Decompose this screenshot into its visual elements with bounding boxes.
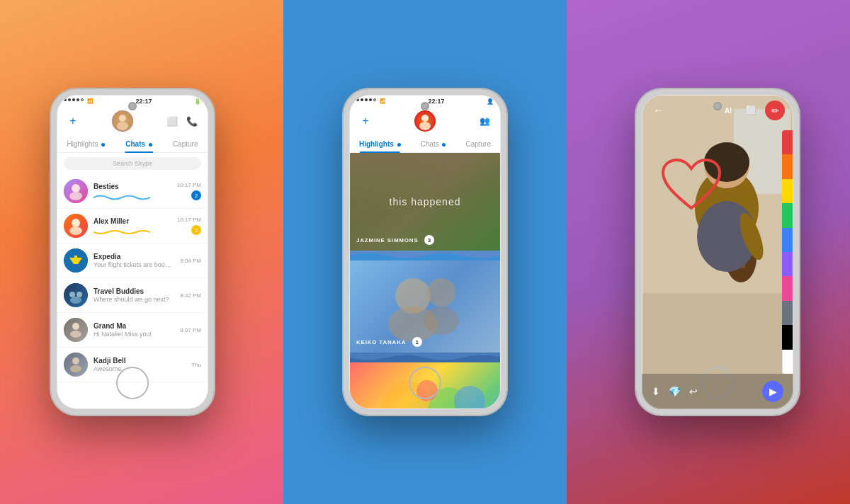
highlight-item-2[interactable]: KEIKO TANAKA 1 [349,260,501,353]
chat-meta-expedia: 9:04 PM [180,258,201,264]
camera-button[interactable]: ⬜ [164,113,180,129]
chat-content-travel: Travel Buddies Where should we go next? [94,287,174,303]
chat-list: Besties 10:17 PM 2 [57,174,208,382]
phone-1: 📶 22:17 🔋 + [51,89,214,415]
tab-dot-c2 [442,143,446,147]
phone-2-screen: 📶 22:17 👤 + 👥 [349,95,501,409]
svg-point-2 [117,122,128,130]
chat-preview-travel: Where should we go next? [94,296,174,303]
tab-highlights-2[interactable]: Highlights [355,139,405,149]
color-black[interactable] [782,325,793,349]
wifi-icon: 📶 [87,98,94,104]
svg-point-20 [72,357,79,365]
editor-top-bar: ← AI ⬜ ✏ [642,95,793,126]
chat-badge-besties: 2 [191,190,201,200]
phone-3: ← AI ⬜ ✏ ⬇ 💎 ↩ ▶ [636,89,799,415]
chat-item-expedia[interactable]: Expedia Your flight tickets are booked. … [57,244,208,278]
chat-item-kadji[interactable]: Kadji Bell Awesome Thu [57,348,208,382]
chat-content-besties: Besties [94,183,171,200]
svg-point-23 [421,115,429,122]
highlight-name-1: JAZMINE SIMMONS 3 [356,232,434,246]
svg-rect-11 [74,256,77,258]
chat-item-besties[interactable]: Besties 10:17 PM 2 [57,174,208,209]
chat-name-kadji: Kadji Bell [94,357,186,365]
color-palette [782,130,793,374]
svg-point-1 [119,115,126,122]
color-red[interactable] [782,130,793,154]
tabs-2: Highlights Chats Capture [349,136,501,153]
tab-chats-2[interactable]: Chats [416,139,450,149]
svg-point-13 [69,292,75,297]
phone-2: 📶 22:17 👤 + 👥 [344,89,506,415]
tab-chats-1[interactable]: Chats [121,139,157,149]
svg-point-18 [70,331,81,338]
time-display-1: 22:17 [135,98,152,105]
avatar-expedia [64,248,88,273]
chat-preview-alex [94,226,171,234]
download-button[interactable]: ⬇ [652,386,660,397]
signal-dots: 📶 [64,98,94,104]
chat-preview-besties [94,191,171,200]
chat-meta-travel: 8:42 PM [180,292,201,299]
add-contact-button[interactable]: 👥 [477,113,492,129]
wave-divider-1 [349,251,501,260]
sticker-tool-button[interactable]: ⬜ [742,102,759,119]
tab-capture-2[interactable]: Capture [461,139,495,149]
phone-1-screen: 📶 22:17 🔋 + [57,95,208,409]
chat-name-alex: Alex Miller [94,217,171,225]
color-white[interactable] [782,350,793,374]
highlight-item-3[interactable]: CERISSE KRAMER [349,362,501,409]
chat-item-grandma[interactable]: Grand Ma Hi Natalie! Miss you! 8:07 PM [57,313,208,348]
time-display-2: 22:17 [428,98,444,105]
battery-icon: 🔋 [194,98,201,105]
user-avatar-1[interactable] [112,110,133,132]
highlight-name-2: KEIKO TANAKA 1 [356,334,422,348]
user-avatar-2[interactable] [414,110,436,132]
chat-preview-grandma: Hi Natalie! Miss you! [94,331,174,338]
add-button-1[interactable]: + [65,113,81,129]
chat-time-besties: 10:17 PM [177,182,201,188]
chat-name-besties: Besties [94,183,171,190]
battery-icon-2: 👤 [487,98,494,105]
tab-capture-1[interactable]: Capture [169,139,203,149]
color-gray[interactable] [782,301,793,325]
svg-point-15 [70,297,81,304]
color-purple[interactable] [782,252,793,276]
wave-divider-2 [349,353,501,362]
avatar-kadji [64,353,88,377]
highlight-item-1[interactable]: this happened JAZMINE SIMMONS 3 [349,153,501,251]
color-blue[interactable] [782,228,793,252]
avatar-grandma [64,318,88,342]
chat-name-grandma: Grand Ma [94,322,174,330]
phone-button[interactable]: 📞 [184,113,200,129]
color-green[interactable] [782,203,793,227]
brush-tool-button[interactable]: ✏ [765,101,785,120]
svg-point-24 [419,122,431,130]
color-pink[interactable] [782,276,793,300]
editor-bottom-bar: ⬇ 💎 ↩ ▶ [642,374,793,409]
status-bar-1: 📶 22:17 🔋 [57,95,208,106]
text-tool-button[interactable]: AI [720,102,737,119]
undo-button[interactable]: ↩ [689,386,698,397]
avatar-alex [64,214,88,238]
color-orange[interactable] [782,154,793,178]
add-button-2[interactable]: + [358,113,373,129]
search-placeholder: Search Skype [113,160,152,167]
bottom-tools-left: ⬇ 💎 ↩ [652,386,698,397]
search-bar[interactable]: Search Skype [64,157,201,170]
chat-item-alex[interactable]: Alex Miller 10:17 PM 1 [57,209,208,244]
svg-point-32 [416,380,438,401]
chat-item-travel[interactable]: Travel Buddies Where should we go next? … [57,278,208,313]
send-button[interactable]: ▶ [762,381,783,402]
tab-highlights-1[interactable]: Highlights [63,139,110,149]
color-yellow[interactable] [782,179,793,203]
svg-point-21 [70,365,81,372]
back-button[interactable]: ← [650,102,667,119]
sticker-bottom-button[interactable]: 💎 [669,386,681,397]
chat-badge-alex: 1 [191,225,201,235]
chat-content-alex: Alex Miller [94,217,171,234]
heart-drawing [659,159,723,215]
wifi-icon-2: 📶 [380,98,386,104]
app-header-1: + ⬜ 📞 [57,106,208,136]
chat-meta-besties: 10:17 PM 2 [177,182,201,200]
